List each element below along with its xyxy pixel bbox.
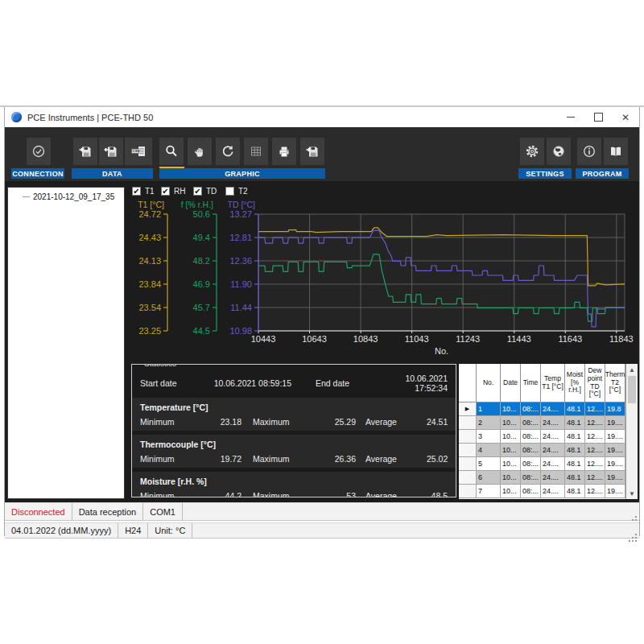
- data-table[interactable]: No.DateTimeTemp T1 [°C]Moist [% r.H.]Dew…: [459, 364, 638, 499]
- column-header[interactable]: Temp T1 [°C]: [541, 364, 565, 402]
- pan-tool-button[interactable]: [188, 138, 212, 165]
- checkbox-checked-icon[interactable]: ✔: [193, 187, 202, 196]
- table-cell[interactable]: 7: [477, 485, 501, 498]
- manual-button[interactable]: [604, 138, 628, 165]
- table-cell[interactable]: 08:...: [521, 485, 541, 498]
- table-cell[interactable]: 24....: [541, 485, 565, 498]
- table-cell[interactable]: 19....: [605, 485, 625, 498]
- checkbox-unchecked-icon[interactable]: [225, 187, 234, 196]
- column-header[interactable]: Time: [521, 364, 541, 402]
- table-cell[interactable]: 19....: [605, 471, 625, 485]
- title-bar[interactable]: PCE Instruments | PCE-THD 50 ✕: [5, 107, 639, 127]
- row-selector[interactable]: [459, 457, 477, 471]
- table-cell[interactable]: 08:...: [521, 457, 541, 471]
- scroll-up-icon[interactable]: ▲: [626, 364, 638, 375]
- series-checkbox-t2[interactable]: T2: [225, 187, 248, 196]
- grid-view-button[interactable]: [244, 138, 268, 165]
- table-cell[interactable]: 48.1: [565, 430, 585, 444]
- table-cell[interactable]: 19....: [605, 416, 625, 430]
- load-data-button[interactable]: [99, 138, 123, 165]
- table-row[interactable]: 510...08:...24....48.112....19....: [459, 457, 638, 471]
- table-row[interactable]: 310...08:...24....48.112....19....: [459, 430, 638, 444]
- table-cell[interactable]: 10...: [501, 416, 521, 430]
- row-selector[interactable]: [459, 416, 477, 430]
- table-cell[interactable]: 12....: [585, 444, 605, 457]
- table-cell[interactable]: 24....: [541, 402, 565, 416]
- table-cell[interactable]: 48.1: [565, 402, 585, 416]
- table-cell[interactable]: 24....: [541, 444, 565, 457]
- table-cell[interactable]: 48.1: [565, 416, 585, 430]
- column-header[interactable]: Dew point TD [°C]: [585, 364, 605, 402]
- settings-button[interactable]: [520, 138, 544, 165]
- table-cell[interactable]: 48.1: [565, 444, 585, 457]
- minimize-button[interactable]: [557, 107, 584, 127]
- close-button[interactable]: ✕: [612, 107, 639, 127]
- save-data-button[interactable]: [73, 138, 97, 165]
- table-cell[interactable]: 3: [477, 430, 501, 444]
- table-row[interactable]: ▶110...08:...24....48.112....19.8: [459, 402, 638, 416]
- table-cell[interactable]: 08:...: [521, 402, 541, 416]
- table-cell[interactable]: 12....: [585, 457, 605, 471]
- refresh-button[interactable]: [216, 138, 240, 165]
- row-selector[interactable]: [459, 471, 477, 485]
- checkbox-checked-icon[interactable]: ✔: [132, 187, 141, 196]
- table-cell[interactable]: 10...: [501, 471, 521, 485]
- chart-area[interactable]: 1044310643108431104311243114431164311843…: [126, 184, 641, 361]
- table-cell[interactable]: 4: [477, 444, 501, 457]
- print-button[interactable]: [272, 138, 296, 165]
- table-cell[interactable]: 12....: [585, 485, 605, 498]
- save-graphic-button[interactable]: [300, 138, 324, 165]
- table-cell[interactable]: 10...: [501, 444, 521, 457]
- zoom-tool-button[interactable]: [159, 138, 184, 165]
- table-cell[interactable]: 12....: [585, 430, 605, 444]
- csv-export-button[interactable]: CSV: [125, 138, 152, 165]
- table-cell[interactable]: 10...: [501, 402, 521, 416]
- table-row[interactable]: 610...08:...24....48.112....19....: [459, 471, 638, 485]
- chart-svg[interactable]: 1044310643108431104311243114431164311843…: [126, 184, 641, 361]
- table-cell[interactable]: 12....: [585, 402, 605, 416]
- series-checkbox-rh[interactable]: ✔RH: [161, 187, 185, 196]
- resize-grip[interactable]: [635, 516, 637, 518]
- table-cell[interactable]: 19....: [605, 457, 625, 471]
- row-selector[interactable]: [459, 485, 477, 498]
- table-cell[interactable]: 1: [477, 402, 501, 416]
- table-cell[interactable]: 48.1: [565, 485, 585, 498]
- table-cell[interactable]: 12....: [585, 416, 605, 430]
- table-cell[interactable]: 19.8: [605, 402, 625, 416]
- column-header[interactable]: Moist [% r.H.]: [565, 364, 585, 402]
- table-cell[interactable]: 24....: [541, 416, 565, 430]
- table-cell[interactable]: 6: [477, 471, 501, 485]
- table-cell[interactable]: 12....: [585, 471, 605, 485]
- table-cell[interactable]: 24....: [541, 430, 565, 444]
- series-checkbox-t1[interactable]: ✔T1: [132, 187, 155, 196]
- row-selector[interactable]: [459, 444, 477, 457]
- table-cell[interactable]: 19....: [605, 444, 625, 457]
- table-row[interactable]: 410...08:...24....48.112....19....: [459, 444, 638, 457]
- table-scrollbar[interactable]: ▲▼: [625, 364, 638, 499]
- table-cell[interactable]: 2: [477, 416, 501, 430]
- scroll-down-icon[interactable]: ▼: [626, 488, 638, 499]
- scrollbar-thumb[interactable]: [628, 376, 636, 403]
- table-cell[interactable]: 10...: [501, 430, 521, 444]
- table-row[interactable]: 210...08:...24....48.112....19....: [459, 416, 638, 430]
- checkbox-checked-icon[interactable]: ✔: [161, 187, 170, 196]
- maximize-button[interactable]: [584, 107, 612, 127]
- table-cell[interactable]: 08:...: [521, 444, 541, 457]
- table-cell[interactable]: 08:...: [521, 416, 541, 430]
- table-cell[interactable]: 19....: [605, 430, 625, 444]
- connect-button[interactable]: [27, 138, 51, 165]
- column-header[interactable]: No.: [477, 364, 501, 402]
- row-selector[interactable]: [459, 430, 477, 444]
- info-button[interactable]: [577, 138, 601, 165]
- table-cell[interactable]: 10...: [501, 457, 521, 471]
- table-cell[interactable]: 48.1: [565, 471, 585, 485]
- table-cell[interactable]: 08:...: [521, 471, 541, 485]
- current-row-indicator[interactable]: ▶: [459, 402, 477, 416]
- tree-item-measurement[interactable]: 2021-10-12_09_17_35: [23, 192, 124, 201]
- table-cell[interactable]: 5: [477, 457, 501, 471]
- table-cell[interactable]: 10...: [501, 485, 521, 498]
- table-cell[interactable]: 24....: [541, 457, 565, 471]
- measurement-tree[interactable]: 2021-10-12_09_17_35: [7, 187, 125, 499]
- column-header[interactable]: Date: [501, 364, 521, 402]
- resize-grip[interactable]: [635, 534, 637, 535]
